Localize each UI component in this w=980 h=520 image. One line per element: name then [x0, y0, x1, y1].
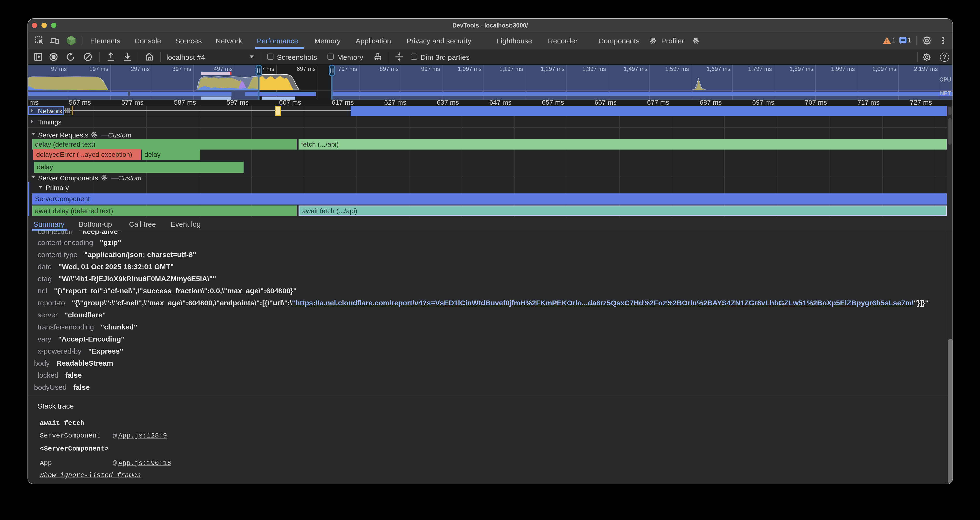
- svg-text:297 ms: 297 ms: [131, 65, 150, 72]
- svg-text:1,697 ms: 1,697 ms: [706, 65, 730, 72]
- svg-text:1,397 ms: 1,397 ms: [582, 65, 606, 72]
- svg-text:2,197 ms: 2,197 ms: [914, 65, 938, 72]
- svg-text:1,297 ms: 1,297 ms: [541, 65, 565, 72]
- svg-text:1,597 ms: 1,597 ms: [665, 65, 689, 72]
- svg-text:CPU: CPU: [939, 76, 951, 83]
- svg-text:1,497 ms: 1,497 ms: [624, 65, 648, 72]
- svg-text:1,097 ms: 1,097 ms: [458, 65, 482, 72]
- svg-text:1,997 ms: 1,997 ms: [831, 65, 855, 72]
- svg-text:797 ms: 797 ms: [338, 65, 357, 72]
- svg-text:197 ms: 197 ms: [89, 65, 108, 72]
- svg-text:1,197 ms: 1,197 ms: [499, 65, 523, 72]
- svg-text:1,797 ms: 1,797 ms: [748, 65, 772, 72]
- svg-text:1,897 ms: 1,897 ms: [789, 65, 813, 72]
- svg-text:397 ms: 397 ms: [172, 65, 191, 72]
- svg-text:97 ms: 97 ms: [51, 65, 67, 72]
- svg-text:2,097 ms: 2,097 ms: [872, 65, 896, 72]
- svg-text:497 ms: 497 ms: [214, 65, 233, 72]
- svg-text:897 ms: 897 ms: [380, 65, 399, 72]
- svg-text:697 ms: 697 ms: [297, 65, 316, 72]
- svg-text:NET: NET: [940, 90, 951, 97]
- svg-text:997 ms: 997 ms: [421, 65, 440, 72]
